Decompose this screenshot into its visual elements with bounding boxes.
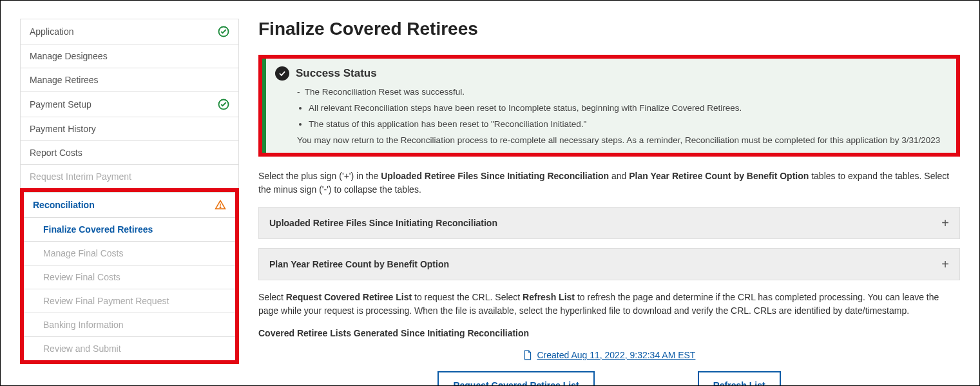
nav-manage-designees[interactable]: Manage Designees	[21, 44, 238, 68]
success-dash-line: - The Reconciliation Reset was successfu…	[297, 87, 945, 97]
nav-reconciliation[interactable]: Reconciliation	[24, 193, 235, 218]
crl-section-header: Covered Retiree Lists Generated Since In…	[258, 328, 960, 338]
file-icon	[523, 350, 532, 362]
check-circle-icon	[218, 99, 229, 110]
success-title: Success Status	[296, 67, 377, 80]
nav-report-costs[interactable]: Report Costs	[21, 141, 238, 165]
warning-triangle-icon	[215, 199, 226, 211]
nav-request-interim-payment: Request Interim Payment	[21, 165, 238, 188]
nav-label: Manage Retirees	[30, 75, 99, 85]
nav-label: Reconciliation	[33, 200, 95, 210]
nav-label: Application	[30, 26, 74, 37]
success-alert-highlight: Success Status - The Reconciliation Rese…	[258, 55, 960, 157]
accordion-title: Uploaded Retiree Files Since Initiating …	[269, 218, 497, 228]
success-bullet: The status of this application has been …	[309, 119, 945, 129]
subnav-banking-information: Banking Information	[24, 313, 235, 337]
subnav-review-and-submit: Review and Submit	[24, 337, 235, 360]
success-body: - The Reconciliation Reset was successfu…	[275, 87, 945, 145]
nav-label: Review Final Payment Request	[43, 296, 169, 306]
nav-application[interactable]: Application	[21, 19, 238, 44]
nav-label: Payment Setup	[30, 99, 91, 110]
subnav-finalize-covered-retirees[interactable]: Finalize Covered Retirees	[24, 218, 235, 242]
nav-label: Banking Information	[43, 320, 124, 330]
page-title: Finalize Covered Retirees	[258, 19, 960, 39]
subnav-manage-final-costs: Manage Final Costs	[24, 242, 235, 265]
nav-label: Request Interim Payment	[30, 171, 131, 182]
nav-payment-history[interactable]: Payment History	[21, 117, 238, 141]
accordion-uploaded-retiree-files[interactable]: Uploaded Retiree Files Since Initiating …	[258, 207, 960, 239]
nav-payment-setup[interactable]: Payment Setup	[21, 92, 238, 117]
nav-label: Review and Submit	[43, 343, 121, 354]
check-circle-icon	[218, 26, 229, 37]
nav-label: Review Final Costs	[43, 272, 120, 282]
instruction-text-1: Select the plus sign ('+') in the Upload…	[258, 169, 960, 197]
svg-point-3	[220, 207, 221, 208]
sidebar: Application Manage Designees Manage Reti…	[1, 1, 245, 385]
nav-label: Report Costs	[30, 148, 82, 158]
crl-file-link[interactable]: Created Aug 11, 2022, 9:32:34 AM EST	[537, 350, 695, 360]
instruction-text-2: Select Request Covered Retiree List to r…	[258, 291, 960, 318]
nav-label: Manage Final Costs	[43, 248, 124, 258]
success-header: Success Status	[275, 66, 945, 81]
button-row: Request Covered Retiree List Refresh Lis…	[258, 371, 960, 385]
success-bullet-list: All relevant Reconciliation steps have b…	[297, 103, 945, 129]
success-bottom-text: You may now return to the Reconciliation…	[297, 135, 945, 145]
nav-list: Application Manage Designees Manage Reti…	[20, 19, 239, 188]
nav-label: Manage Designees	[30, 51, 108, 61]
plus-icon: +	[941, 258, 949, 271]
accordion-plan-year-retiree-count[interactable]: Plan Year Retiree Count by Benefit Optio…	[258, 248, 960, 280]
file-link-row: Created Aug 11, 2022, 9:32:34 AM EST	[258, 350, 960, 362]
success-alert: Success Status - The Reconciliation Rese…	[262, 59, 956, 153]
app-frame: Application Manage Designees Manage Reti…	[0, 0, 980, 386]
subnav-review-final-costs: Review Final Costs	[24, 265, 235, 289]
check-circle-solid-icon	[275, 66, 289, 81]
accordion-title: Plan Year Retiree Count by Benefit Optio…	[269, 259, 449, 269]
main-content: Finalize Covered Retirees Success Status…	[245, 1, 979, 385]
nav-manage-retirees[interactable]: Manage Retirees	[21, 68, 238, 92]
reconciliation-nav: Reconciliation Finalize Covered Retirees…	[24, 192, 235, 360]
subnav-review-final-payment-request: Review Final Payment Request	[24, 289, 235, 313]
nav-label: Finalize Covered Retirees	[43, 224, 153, 235]
success-bullet: All relevant Reconciliation steps have b…	[309, 103, 945, 113]
reconciliation-highlight: Reconciliation Finalize Covered Retirees…	[20, 188, 239, 364]
plus-icon: +	[941, 217, 949, 229]
refresh-list-button[interactable]: Refresh List	[698, 371, 781, 385]
request-covered-retiree-list-button[interactable]: Request Covered Retiree List	[437, 371, 594, 385]
nav-label: Payment History	[30, 124, 96, 134]
